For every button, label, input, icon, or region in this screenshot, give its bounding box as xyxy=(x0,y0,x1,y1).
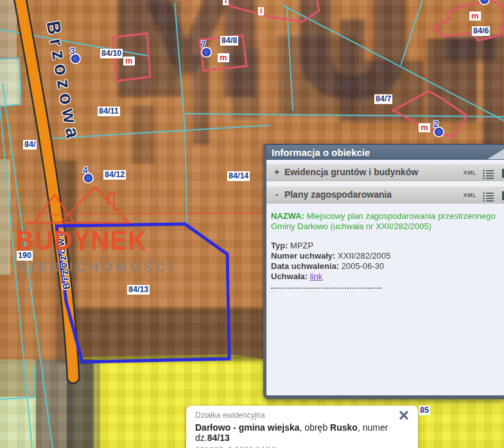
info-panel-title: Informacja o obiekcie xyxy=(272,147,370,158)
info-point-label: i xyxy=(223,0,229,5)
resolution-link-label: Uchwała: xyxy=(271,271,308,281)
map-marker-4[interactable]: 4 xyxy=(83,166,97,182)
resolution-date-label: Data uchwalenia: xyxy=(271,261,339,271)
map-marker-2[interactable]: 2 xyxy=(433,119,448,136)
resolution-date-row: Data uchwalenia: 2005-06-30 xyxy=(271,261,498,271)
resolution-link[interactable]: link xyxy=(310,271,323,281)
expand-icon[interactable]: + xyxy=(272,164,282,180)
xml-badge[interactable]: XML xyxy=(464,165,477,181)
xml-badge[interactable]: XML xyxy=(464,187,477,203)
info-panel-header[interactable]: Informacja o obiekcie xyxy=(266,144,504,160)
parcel-label: 85 xyxy=(419,406,430,415)
zone-code-label: MU-1 xyxy=(103,0,504,137)
resolution-link-row: Uchwała: link xyxy=(271,271,498,282)
marker-number: 3 xyxy=(70,46,84,55)
parcel-label-selected: 84/13 xyxy=(127,285,150,295)
plan-name-label: NAZWA: xyxy=(271,211,304,221)
popup-title: Działka ewidencyjna xyxy=(195,411,265,420)
marker-number: 2 xyxy=(433,119,448,128)
parcel-label: 190 xyxy=(17,251,33,261)
street-label-brzozowa: Brzozowa xyxy=(42,19,85,144)
parcel-label: 84/11 xyxy=(98,107,120,116)
watermark-text-line2: NIERUCHOMOŚCI xyxy=(18,259,176,275)
parcel-id: 321303_2.0022.84/13 xyxy=(195,445,409,448)
plan-type-value: MPZP xyxy=(290,241,313,250)
marker-number: 4 xyxy=(83,166,97,175)
obreb-value: Rusko xyxy=(330,422,358,433)
building-label: m xyxy=(218,53,229,62)
building-label: m xyxy=(419,123,430,132)
section-label: Plany zagospodarowania xyxy=(284,189,392,200)
info-panel: Informacja o obiekcie + Ewidencja gruntó… xyxy=(263,144,504,399)
panel-corner-triangle-icon[interactable] xyxy=(487,149,504,159)
plan-name-value: Miejscowy plan zagospodarowania przestrz… xyxy=(271,211,496,231)
list-icon[interactable] xyxy=(483,168,494,178)
map-marker-3[interactable]: 3 xyxy=(70,46,84,63)
info-point-label: i xyxy=(258,7,264,15)
parcel-label: 84/7 xyxy=(374,94,392,104)
parcel-label: 84/10 xyxy=(100,49,123,58)
info-panel-body: + Ewidencja gruntów i budynków XML - Pla… xyxy=(266,160,504,289)
building-label: m xyxy=(123,56,135,65)
marker-dot-icon xyxy=(480,0,489,4)
map-marker-cut[interactable] xyxy=(479,0,493,4)
map-canvas[interactable]: MU-1 84/ xyxy=(0,0,504,448)
marker-number: 7 xyxy=(201,40,215,49)
collapse-icon[interactable]: - xyxy=(272,187,282,203)
obreb-prefix: , obręb xyxy=(300,422,330,433)
parcel-label: 84/ xyxy=(23,140,37,150)
resolution-number-label: Numer uchwały: xyxy=(271,251,335,261)
list-icon[interactable] xyxy=(483,191,494,200)
resolution-number-row: Numer uchwały: XXII/282/2005 xyxy=(271,251,498,261)
close-icon[interactable] xyxy=(399,410,409,420)
dotted-separator xyxy=(271,288,381,289)
parcel-popup: Działka ewidencyjna Darłowo - gmina wiej… xyxy=(186,406,418,448)
plan-name-row: NAZWA: Miejscowy plan zagospodarowania p… xyxy=(271,211,498,232)
section-plany-zagospodarowania[interactable]: - Plany zagospodarowania XML xyxy=(266,186,504,203)
section-ewidencja-gruntow[interactable]: + Ewidencja gruntów i budynków XML xyxy=(266,164,504,181)
parcel-label: 84/14 xyxy=(227,171,250,181)
parcel-label: 84/6 xyxy=(472,26,490,36)
resolution-date-value: 2005-06-30 xyxy=(342,261,385,271)
resolution-number-value: XXII/282/2005 xyxy=(338,251,390,261)
plan-type-row: Typ: MPZP xyxy=(271,241,498,251)
parcel-description: Darłowo - gmina wiejska, obręb Rusko, nu… xyxy=(195,422,409,443)
parcel-number-value: 84/13 xyxy=(207,433,230,443)
municipality-name: Darłowo - gmina wiejska xyxy=(195,422,300,433)
watermark-text-line1: BUDYNEK xyxy=(15,225,147,256)
parcel-label: 84/12 xyxy=(103,170,126,180)
plan-type-label: Typ: xyxy=(271,241,288,250)
aerial-shadow xyxy=(74,308,266,361)
section-label: Ewidencja gruntów i budynków xyxy=(284,167,418,177)
plan-details: NAZWA: Miejscowy plan zagospodarowania p… xyxy=(266,209,504,289)
building-label: m xyxy=(469,12,481,21)
parcel-label: 84/8 xyxy=(220,36,238,46)
map-marker-7[interactable]: 7 xyxy=(201,40,215,56)
